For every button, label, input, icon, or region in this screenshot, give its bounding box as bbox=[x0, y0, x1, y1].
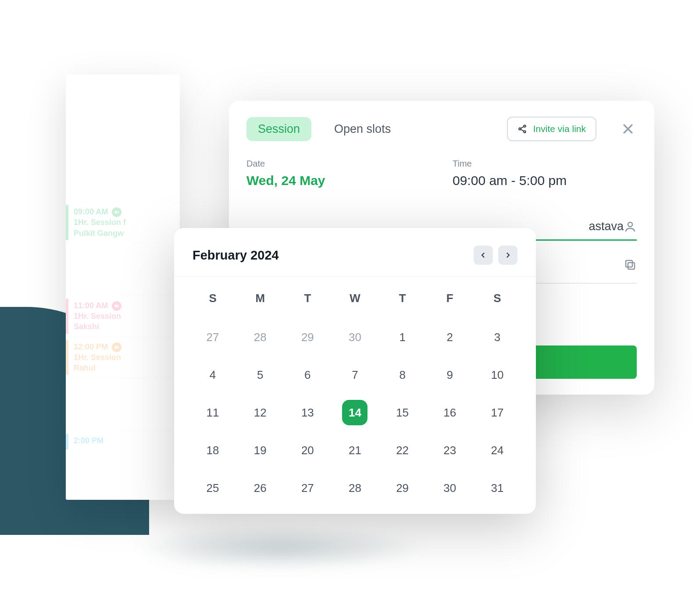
time-value: 09:00 am - 5:00 pm bbox=[453, 173, 637, 188]
calendar-day[interactable]: 1 bbox=[379, 323, 426, 352]
calendar-day[interactable]: 12 bbox=[236, 398, 284, 427]
share-icon bbox=[517, 124, 527, 134]
calendar-day[interactable]: 7 bbox=[331, 360, 378, 389]
calendar-day[interactable]: 24 bbox=[474, 436, 521, 465]
calendar-day[interactable]: 9 bbox=[426, 360, 474, 389]
calendar-day-prev-month[interactable]: 28 bbox=[236, 323, 284, 352]
calendar-day[interactable]: 18 bbox=[189, 436, 236, 465]
video-icon bbox=[112, 301, 121, 311]
prev-month-button[interactable] bbox=[474, 246, 493, 265]
copy-icon bbox=[624, 258, 637, 271]
calendar-day[interactable]: 14 bbox=[331, 398, 378, 427]
calendar-day[interactable]: 21 bbox=[331, 436, 378, 465]
copy-button[interactable] bbox=[624, 258, 637, 273]
chevron-left-icon bbox=[479, 251, 487, 259]
agenda-title: 1Hr. Session bbox=[74, 311, 174, 321]
svg-rect-5 bbox=[626, 260, 632, 267]
agenda-slot[interactable]: 12:00 PM 1Hr. Session Rahul bbox=[66, 337, 180, 378]
agenda-time: 09:00 AM bbox=[74, 207, 108, 216]
agenda-title: 1Hr. Session f bbox=[74, 217, 174, 228]
svg-rect-4 bbox=[628, 263, 635, 269]
background-shadow bbox=[132, 526, 430, 570]
dow-label: S bbox=[189, 287, 236, 314]
video-icon bbox=[112, 207, 121, 217]
tab-session[interactable]: Session bbox=[246, 117, 311, 141]
date-value: Wed, 24 May bbox=[246, 173, 325, 188]
calendar-day[interactable]: 29 bbox=[379, 474, 426, 502]
calendar-day[interactable]: 30 bbox=[426, 474, 474, 502]
dow-label: S bbox=[474, 287, 521, 314]
time-field[interactable]: Time 09:00 am - 5:00 pm bbox=[453, 159, 637, 188]
dow-label: T bbox=[379, 287, 426, 314]
agenda-slot[interactable]: 2:00 PM bbox=[66, 431, 180, 452]
tab-open-slots[interactable]: Open slots bbox=[323, 117, 402, 141]
agenda-subtitle: Pulkit Gangw bbox=[74, 228, 174, 239]
primary-action-button[interactable] bbox=[527, 345, 637, 379]
calendar-day[interactable]: 15 bbox=[379, 398, 426, 427]
calendar-day[interactable]: 19 bbox=[236, 436, 284, 465]
calendar-day[interactable]: 11 bbox=[189, 398, 236, 427]
date-picker: February 2024 SMTWTFS2728293012345678910… bbox=[174, 228, 536, 514]
close-button[interactable] bbox=[619, 120, 637, 138]
calendar-day[interactable]: 4 bbox=[189, 360, 236, 389]
close-icon bbox=[621, 122, 635, 135]
next-month-button[interactable] bbox=[498, 246, 517, 265]
dow-label: T bbox=[284, 287, 331, 314]
agenda-time: 2:00 PM bbox=[74, 436, 103, 445]
calendar-day[interactable]: 5 bbox=[236, 360, 284, 389]
calendar-day[interactable]: 2 bbox=[426, 323, 474, 352]
calendar-day[interactable]: 10 bbox=[474, 360, 521, 389]
calendar-day[interactable]: 28 bbox=[331, 474, 378, 502]
dow-label: F bbox=[426, 287, 474, 314]
date-field[interactable]: Date Wed, 24 May bbox=[246, 159, 325, 188]
agenda-subtitle: Rahul bbox=[74, 363, 174, 373]
calendar-day[interactable]: 26 bbox=[236, 474, 284, 502]
calendar-day[interactable]: 13 bbox=[284, 398, 331, 427]
calendar-day[interactable]: 8 bbox=[379, 360, 426, 389]
calendar-day[interactable]: 25 bbox=[189, 474, 236, 502]
dow-label: M bbox=[236, 287, 284, 314]
calendar-day-prev-month[interactable]: 29 bbox=[284, 323, 331, 352]
agenda-slot[interactable]: 11:00 AM 1Hr. Session Sakshi bbox=[66, 296, 180, 337]
agenda-time: 11:00 AM bbox=[74, 301, 108, 310]
dow-label: W bbox=[331, 287, 378, 314]
chevron-right-icon bbox=[504, 251, 512, 259]
time-label: Time bbox=[453, 159, 637, 169]
calendar-day-prev-month[interactable]: 27 bbox=[189, 323, 236, 352]
calendar-day[interactable]: 6 bbox=[284, 360, 331, 389]
invite-via-link-button[interactable]: Invite via link bbox=[507, 117, 596, 141]
date-label: Date bbox=[246, 159, 325, 169]
agenda-time: 12:00 PM bbox=[74, 342, 108, 351]
calendar-day[interactable]: 16 bbox=[426, 398, 474, 427]
calendar-day[interactable]: 31 bbox=[474, 474, 521, 502]
person-icon bbox=[624, 220, 637, 233]
calendar-day[interactable]: 27 bbox=[284, 474, 331, 502]
calendar-day-prev-month[interactable]: 30 bbox=[331, 323, 378, 352]
svg-point-3 bbox=[628, 222, 632, 227]
calendar-day[interactable]: 20 bbox=[284, 436, 331, 465]
calendar-day[interactable]: 23 bbox=[426, 436, 474, 465]
agenda-title: 1Hr. Session bbox=[74, 352, 174, 363]
calendar-day[interactable]: 3 bbox=[474, 323, 521, 352]
picker-month-title: February 2024 bbox=[193, 248, 468, 263]
calendar-day[interactable]: 22 bbox=[379, 436, 426, 465]
video-icon bbox=[112, 342, 121, 352]
agenda-column: 09:00 AM 1Hr. Session f Pulkit Gangw 11:… bbox=[66, 75, 180, 500]
calendar-day[interactable]: 17 bbox=[474, 398, 521, 427]
agenda-slot[interactable]: 09:00 AM 1Hr. Session f Pulkit Gangw bbox=[66, 202, 180, 243]
invite-label: Invite via link bbox=[533, 124, 586, 134]
agenda-subtitle: Sakshi bbox=[74, 321, 174, 332]
